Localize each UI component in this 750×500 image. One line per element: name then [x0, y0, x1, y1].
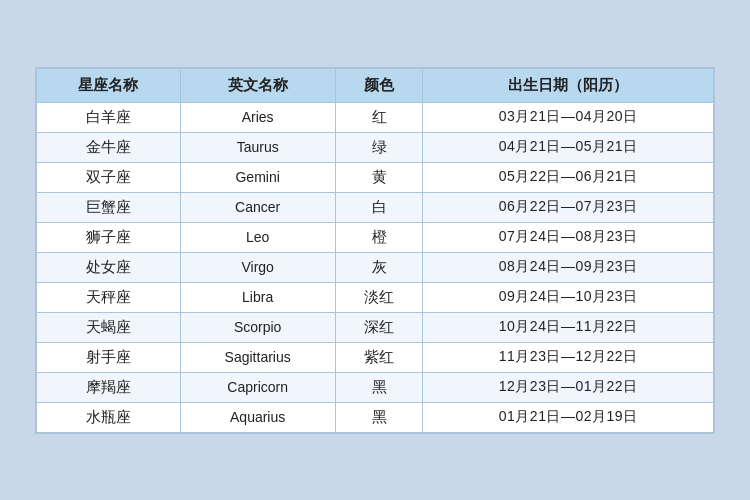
cell-chinese-name: 水瓶座	[37, 402, 181, 432]
cell-dates: 06月22日—07月23日	[423, 192, 714, 222]
table-row: 天蝎座Scorpio深红10月24日—11月22日	[37, 312, 714, 342]
cell-color: 红	[335, 102, 423, 132]
zodiac-table: 星座名称 英文名称 颜色 出生日期（阳历） 白羊座Aries红03月21日—04…	[36, 68, 714, 433]
cell-dates: 11月23日—12月22日	[423, 342, 714, 372]
table-row: 射手座Sagittarius紫红11月23日—12月22日	[37, 342, 714, 372]
table-row: 金牛座Taurus绿04月21日—05月21日	[37, 132, 714, 162]
cell-color: 绿	[335, 132, 423, 162]
cell-english-name: Capricorn	[180, 372, 335, 402]
cell-english-name: Aquarius	[180, 402, 335, 432]
cell-dates: 04月21日—05月21日	[423, 132, 714, 162]
cell-chinese-name: 狮子座	[37, 222, 181, 252]
cell-color: 黄	[335, 162, 423, 192]
table-header-row: 星座名称 英文名称 颜色 出生日期（阳历）	[37, 68, 714, 102]
cell-chinese-name: 巨蟹座	[37, 192, 181, 222]
cell-color: 淡红	[335, 282, 423, 312]
cell-dates: 10月24日—11月22日	[423, 312, 714, 342]
table-row: 双子座Gemini黄05月22日—06月21日	[37, 162, 714, 192]
cell-color: 灰	[335, 252, 423, 282]
cell-dates: 01月21日—02月19日	[423, 402, 714, 432]
zodiac-table-container: 星座名称 英文名称 颜色 出生日期（阳历） 白羊座Aries红03月21日—04…	[35, 67, 715, 434]
cell-color: 橙	[335, 222, 423, 252]
table-row: 巨蟹座Cancer白06月22日—07月23日	[37, 192, 714, 222]
cell-english-name: Taurus	[180, 132, 335, 162]
table-row: 摩羯座Capricorn黑12月23日—01月22日	[37, 372, 714, 402]
cell-english-name: Virgo	[180, 252, 335, 282]
cell-english-name: Sagittarius	[180, 342, 335, 372]
cell-color: 白	[335, 192, 423, 222]
table-body: 白羊座Aries红03月21日—04月20日金牛座Taurus绿04月21日—0…	[37, 102, 714, 432]
cell-color: 深红	[335, 312, 423, 342]
cell-chinese-name: 处女座	[37, 252, 181, 282]
cell-english-name: Scorpio	[180, 312, 335, 342]
cell-chinese-name: 白羊座	[37, 102, 181, 132]
header-chinese-name: 星座名称	[37, 68, 181, 102]
cell-dates: 09月24日—10月23日	[423, 282, 714, 312]
header-english-name: 英文名称	[180, 68, 335, 102]
header-birth-date: 出生日期（阳历）	[423, 68, 714, 102]
cell-chinese-name: 天蝎座	[37, 312, 181, 342]
cell-color: 黑	[335, 402, 423, 432]
cell-color: 黑	[335, 372, 423, 402]
cell-chinese-name: 摩羯座	[37, 372, 181, 402]
cell-english-name: Aries	[180, 102, 335, 132]
cell-dates: 03月21日—04月20日	[423, 102, 714, 132]
cell-dates: 08月24日—09月23日	[423, 252, 714, 282]
table-row: 天秤座Libra淡红09月24日—10月23日	[37, 282, 714, 312]
header-color: 颜色	[335, 68, 423, 102]
table-row: 狮子座Leo橙07月24日—08月23日	[37, 222, 714, 252]
cell-chinese-name: 天秤座	[37, 282, 181, 312]
cell-chinese-name: 金牛座	[37, 132, 181, 162]
cell-dates: 12月23日—01月22日	[423, 372, 714, 402]
cell-dates: 05月22日—06月21日	[423, 162, 714, 192]
cell-chinese-name: 双子座	[37, 162, 181, 192]
cell-english-name: Cancer	[180, 192, 335, 222]
table-row: 水瓶座Aquarius黑01月21日—02月19日	[37, 402, 714, 432]
table-row: 白羊座Aries红03月21日—04月20日	[37, 102, 714, 132]
cell-english-name: Gemini	[180, 162, 335, 192]
cell-color: 紫红	[335, 342, 423, 372]
cell-dates: 07月24日—08月23日	[423, 222, 714, 252]
cell-english-name: Libra	[180, 282, 335, 312]
table-row: 处女座Virgo灰08月24日—09月23日	[37, 252, 714, 282]
cell-chinese-name: 射手座	[37, 342, 181, 372]
cell-english-name: Leo	[180, 222, 335, 252]
